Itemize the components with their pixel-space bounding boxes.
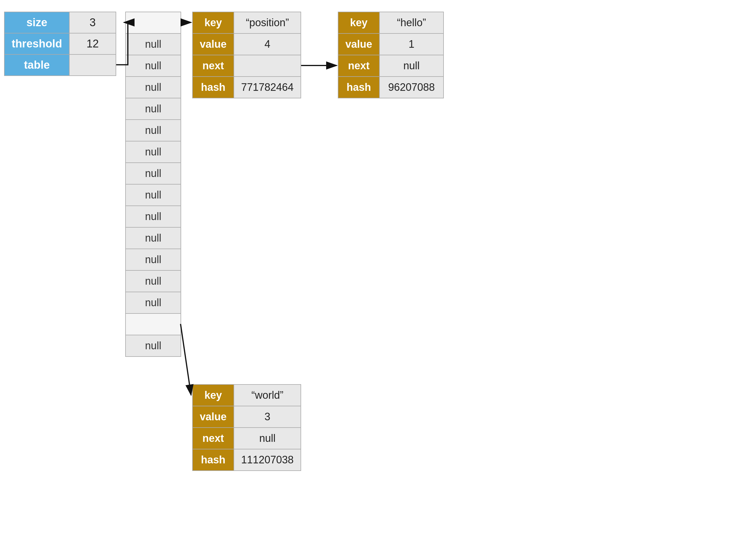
array-row-0 [126, 12, 181, 33]
node-hello-value-value: 1 [380, 33, 444, 55]
struct-table-value [69, 54, 116, 76]
array-row-15: null [126, 335, 181, 357]
array-row-6: null [126, 141, 181, 163]
struct-table-label: table [4, 54, 69, 76]
node-position-next-label: next [192, 55, 234, 76]
node-world-value-value: 3 [234, 406, 301, 428]
array-row-2: null [126, 55, 181, 76]
node-position-key-value: “position” [234, 12, 301, 33]
struct-threshold-label: threshold [4, 33, 69, 54]
array-row-3: null [126, 76, 181, 98]
array-table: null null null null null null null null … [125, 12, 181, 357]
node-position-hash-label: hash [192, 76, 234, 98]
node-hello-key-value: “hello” [380, 12, 444, 33]
node-position-key-label: key [192, 12, 234, 33]
node-position-hash-value: 771782464 [234, 76, 301, 98]
node-hello-key-label: key [338, 12, 380, 33]
struct-threshold-value: 12 [69, 33, 116, 54]
array-cell-2: null [126, 55, 181, 76]
array-cell-8: null [126, 184, 181, 206]
node-position-value-label: value [192, 33, 234, 55]
array-row-13: null [126, 292, 181, 313]
array-row-7: null [126, 163, 181, 184]
node-world-hash-value: 111207038 [234, 449, 301, 471]
node-position-next-value [234, 55, 301, 76]
array-row-10: null [126, 227, 181, 249]
array-to-world-arrow [180, 324, 191, 395]
node-hello-hash-value: 96207088 [380, 76, 444, 98]
array-cell-14 [126, 313, 181, 335]
array-cell-1: null [126, 33, 181, 55]
array-row-9: null [126, 206, 181, 227]
node-world-key-value: “world” [234, 384, 301, 406]
array-cell-7: null [126, 163, 181, 184]
array-cell-12: null [126, 270, 181, 292]
array-cell-6: null [126, 141, 181, 163]
array-cell-11: null [126, 249, 181, 270]
node-world-next-label: next [192, 428, 234, 449]
array-row-5: null [126, 120, 181, 141]
struct-size-label: size [4, 12, 69, 33]
array-row-4: null [126, 98, 181, 120]
struct-size-value: 3 [69, 12, 116, 33]
node-hello-next-label: next [338, 55, 380, 76]
node-world-table: key “world” value 3 next null hash 11120… [192, 384, 301, 471]
node-hello-next-value: null [380, 55, 444, 76]
array-row-8: null [126, 184, 181, 206]
node-position-table: key “position” value 4 next hash 7717824… [192, 12, 301, 98]
array-cell-10: null [126, 227, 181, 249]
array-cell-9: null [126, 206, 181, 227]
node-position-value-value: 4 [234, 33, 301, 55]
struct-table: size 3 threshold 12 table [4, 12, 116, 76]
array-row-12: null [126, 270, 181, 292]
array-cell-13: null [126, 292, 181, 313]
array-cell-4: null [126, 98, 181, 120]
array-cell-0 [126, 12, 181, 33]
node-world-key-label: key [192, 384, 234, 406]
array-row-14 [126, 313, 181, 335]
array-cell-3: null [126, 76, 181, 98]
node-world-hash-label: hash [192, 449, 234, 471]
node-hello-value-label: value [338, 33, 380, 55]
array-row-1: null [126, 33, 181, 55]
node-world-value-label: value [192, 406, 234, 428]
array-cell-15: null [126, 335, 181, 357]
array-cell-5: null [126, 120, 181, 141]
node-hello-table: key “hello” value 1 next null hash 96207… [338, 12, 444, 98]
array-row-11: null [126, 249, 181, 270]
node-hello-hash-label: hash [338, 76, 380, 98]
node-world-next-value: null [234, 428, 301, 449]
